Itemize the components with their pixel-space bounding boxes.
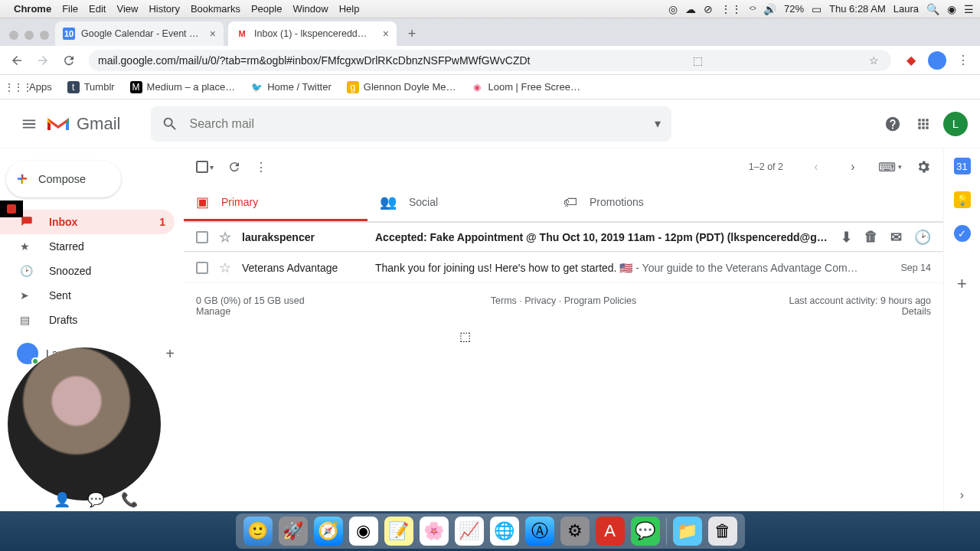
settings-icon[interactable]: ⚙ — [560, 517, 590, 546]
row-checkbox[interactable] — [196, 231, 208, 243]
close-window-button[interactable] — [9, 31, 18, 40]
translate-icon[interactable]: ⬚ — [693, 54, 703, 67]
battery-icon[interactable]: ▭ — [812, 3, 822, 15]
menu-history[interactable]: History — [149, 3, 179, 15]
new-chat-button[interactable]: + — [165, 345, 175, 363]
mail-row[interactable]: ☆ Veterans Advantage Thank you for joini… — [184, 253, 943, 283]
close-tab-icon[interactable]: × — [383, 28, 389, 40]
bookmark-item[interactable]: 🐦Home / Twitter — [244, 78, 338, 96]
terms-link[interactable]: Terms — [491, 295, 517, 306]
browser-tab[interactable]: 10 Google Calendar - Event detai × — [55, 21, 224, 46]
gmail-logo[interactable]: Gmail — [46, 114, 120, 134]
prev-page-button[interactable]: ‹ — [805, 160, 828, 174]
browser-tab[interactable]: M Inbox (1) - lkspenceredd@gma × — [228, 21, 397, 46]
delete-icon[interactable]: 🗑 — [864, 229, 878, 246]
main-menu-button[interactable] — [12, 116, 46, 132]
refresh-button[interactable] — [227, 160, 241, 174]
menu-file[interactable]: File — [62, 3, 78, 15]
search-mail[interactable]: ▾ — [151, 106, 671, 142]
calendar-addon-icon[interactable]: 31 — [954, 158, 971, 174]
tab-promotions[interactable]: 🏷 Promotions — [551, 185, 735, 221]
address-bar[interactable]: mail.google.com/mail/u/0/?tab=rm&ogbl#in… — [89, 50, 891, 71]
notification-center-icon[interactable]: ☰ — [964, 3, 974, 15]
appstore-icon[interactable]: Ⓐ — [525, 517, 554, 546]
extension-icon[interactable]: ◆ — [900, 50, 922, 71]
star-icon[interactable]: ☆ — [219, 259, 231, 276]
more-button[interactable]: ⋮ — [255, 160, 267, 174]
select-all[interactable]: ▾ — [196, 161, 214, 173]
select-all-checkbox[interactable] — [196, 161, 208, 173]
support-button[interactable] — [877, 109, 908, 139]
policies-link[interactable]: Program Policies — [564, 295, 636, 306]
app-icon[interactable]: 📈 — [455, 517, 484, 546]
input-tools-button[interactable]: ⌨▾ — [878, 160, 902, 174]
chrome-icon[interactable]: 🌐 — [490, 517, 519, 546]
snooze-icon[interactable]: 🕑 — [914, 229, 931, 246]
bookmark-item[interactable]: tTumblr — [61, 78, 121, 96]
contacts-icon[interactable]: 👤 — [54, 491, 70, 508]
forward-button[interactable] — [32, 50, 54, 71]
bookmark-item[interactable]: gGlennon Doyle Me… — [341, 78, 462, 96]
nav-drafts[interactable]: ▤ Drafts — [0, 308, 175, 332]
minimize-window-button[interactable] — [24, 31, 34, 40]
star-icon[interactable]: ☆ — [219, 229, 231, 246]
menu-help[interactable]: Help — [339, 3, 360, 15]
messages-icon[interactable]: 💬 — [631, 517, 660, 546]
status-icon[interactable]: ◎ — [668, 3, 678, 15]
menubar-user[interactable]: Laura — [893, 3, 919, 15]
cloud-icon[interactable]: ☁ — [685, 3, 696, 15]
status-icon[interactable]: ⋮⋮ — [720, 3, 742, 15]
spotlight-icon[interactable]: 🔍 — [926, 3, 939, 15]
conversations-icon[interactable]: 💬 — [87, 491, 104, 508]
details-link[interactable]: Details — [902, 306, 931, 317]
bookmark-item[interactable]: MMedium – a place… — [124, 78, 242, 96]
archive-icon[interactable]: ⬇ — [841, 229, 852, 246]
bookmark-item[interactable]: ◉Loom | Free Scree… — [465, 78, 586, 96]
menu-people[interactable]: People — [251, 3, 282, 15]
mark-read-icon[interactable]: ✉ — [890, 229, 902, 246]
menu-view[interactable]: View — [116, 3, 138, 15]
menu-edit[interactable]: Edit — [89, 3, 106, 15]
siri-icon[interactable]: ◉ — [947, 3, 956, 15]
nav-sent[interactable]: ➤ Sent — [0, 283, 175, 308]
collapse-sidepanel-icon[interactable]: › — [960, 488, 964, 502]
search-input[interactable] — [189, 117, 655, 131]
new-tab-button[interactable]: + — [401, 23, 423, 44]
volume-icon[interactable]: 🔊 — [763, 3, 776, 15]
safari-icon[interactable]: 🧭 — [314, 517, 343, 546]
compose-button[interactable]: + Compose — [6, 161, 121, 197]
reload-button[interactable] — [58, 50, 80, 71]
tab-primary[interactable]: ▣ Primary — [184, 185, 368, 221]
back-button[interactable] — [6, 50, 28, 71]
privacy-link[interactable]: Privacy — [524, 295, 556, 306]
status-icon[interactable]: ⊘ — [704, 3, 713, 15]
bookmark-star-icon[interactable]: ☆ — [869, 54, 879, 67]
manage-link[interactable]: Manage — [196, 306, 230, 317]
close-tab-icon[interactable]: × — [210, 28, 216, 40]
battery-percent[interactable]: 72% — [784, 3, 804, 15]
keep-addon-icon[interactable]: 💡 — [954, 191, 971, 208]
account-avatar[interactable]: L — [943, 112, 968, 136]
maximize-window-button[interactable] — [40, 31, 49, 40]
notes-icon[interactable]: 📝 — [384, 517, 413, 546]
tasks-addon-icon[interactable]: ✓ — [954, 225, 971, 242]
bookmark-apps[interactable]: ⋮⋮⋮Apps — [6, 78, 58, 96]
profile-button[interactable] — [926, 50, 948, 71]
menubar-clock[interactable]: Thu 6:28 AM — [829, 3, 886, 15]
folder-icon[interactable]: 📁 — [673, 517, 702, 546]
acrobat-icon[interactable]: A — [596, 517, 625, 546]
menu-window[interactable]: Window — [292, 3, 328, 15]
settings-button[interactable] — [916, 159, 931, 174]
chevron-down-icon[interactable]: ▾ — [210, 163, 214, 171]
next-page-button[interactable]: › — [841, 160, 864, 174]
trash-icon[interactable]: 🗑 — [708, 517, 737, 546]
get-addons-button[interactable]: + — [957, 274, 967, 294]
nav-inbox[interactable]: Inbox 1 — [0, 210, 175, 234]
photos-icon[interactable]: 🌸 — [420, 517, 449, 546]
search-options-icon[interactable]: ▾ — [655, 116, 661, 131]
tab-social[interactable]: 👥 Social — [368, 185, 551, 221]
google-apps-button[interactable] — [908, 109, 939, 139]
app-icon[interactable]: ◉ — [349, 517, 378, 546]
app-name[interactable]: Chrome — [14, 3, 51, 15]
launchpad-icon[interactable]: 🚀 — [279, 517, 308, 546]
